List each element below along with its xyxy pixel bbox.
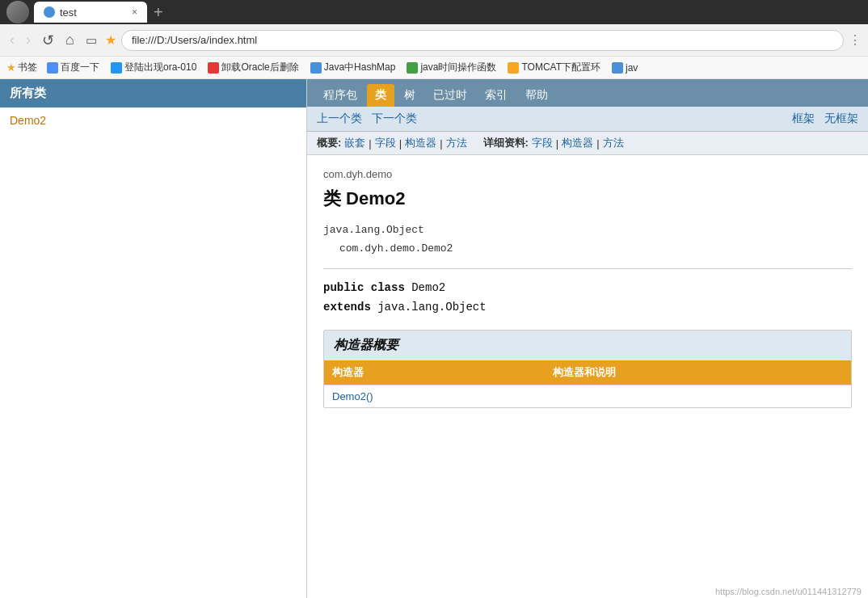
detail-method[interactable]: 方法 — [603, 136, 624, 150]
tab-packages[interactable]: 程序包 — [315, 84, 365, 107]
sidebar-content: Demo2 — [0, 107, 306, 133]
navigation-bar: ‹ › ↺ ⌂ ▭ ★ ⋮ — [0, 24, 868, 57]
url-bar[interactable] — [121, 30, 844, 51]
doc-code-line2: extends java.lang.Object — [323, 298, 852, 318]
doc-code-line1: public class Demo2 — [323, 279, 852, 298]
prev-class-link[interactable]: 上一个类 — [317, 112, 362, 126]
detail-constructor[interactable]: 构造器 — [562, 136, 593, 150]
constructor-table-col2: 构造器和说明 — [545, 360, 851, 385]
constructor-summary: 构造器概要 构造器 构造器和说明 Demo2() — [323, 330, 852, 408]
bookmark-javahashmap-icon — [310, 62, 322, 74]
browser-tab[interactable]: test × — [34, 2, 147, 23]
doc-package: com.dyh.demo — [323, 168, 852, 180]
bookmark-oracle[interactable]: 卸载Oracle后删除 — [203, 59, 303, 76]
next-class-link[interactable]: 下一个类 — [372, 112, 417, 126]
bookmarks-text: 书签 — [18, 61, 37, 74]
detail-sep1: | — [556, 137, 558, 150]
home-button[interactable]: ⌂ — [62, 30, 78, 50]
new-tab-button[interactable]: + — [154, 4, 163, 20]
bookmark-jav[interactable]: jav — [607, 61, 643, 75]
bookmark-tomcat-icon — [508, 62, 519, 74]
refresh-button[interactable]: ↺ — [39, 30, 57, 51]
watermark: https://blog.csdn.net/u011441312779 — [715, 587, 862, 596]
bookmark-baidu-label: 百度一下 — [61, 61, 99, 74]
summary-method[interactable]: 方法 — [446, 136, 467, 150]
bookmark-denglu[interactable]: 登陆出现ora-010 — [106, 59, 201, 76]
reader-button[interactable]: ▭ — [82, 32, 100, 49]
detail-sep2: | — [596, 137, 599, 150]
constructor-cell-name[interactable]: Demo2() — [324, 385, 545, 408]
bookmark-denglu-icon — [111, 62, 122, 74]
bookmark-baidu[interactable]: 百度一下 — [42, 59, 104, 76]
bookmarks-label: ★ — [6, 61, 16, 74]
tab-index[interactable]: 索引 — [477, 84, 516, 107]
bookmark-javahashmap-label: Java中HashMap — [324, 61, 396, 74]
constructor-summary-header: 构造器概要 — [324, 331, 851, 360]
profile-avatar — [6, 1, 29, 23]
sidebar: 所有类 Demo2 — [0, 79, 307, 598]
forward-button[interactable]: › — [23, 30, 34, 50]
bookmarks-bar: ★ 书签 百度一下 登陆出现ora-010 卸载Oracle后删除 Java中H… — [0, 57, 868, 79]
doc-code-declaration: public class Demo2 extends java.lang.Obj… — [323, 279, 852, 318]
table-row: Demo2() — [324, 385, 851, 408]
doc-content: com.dyh.demo 类 Demo2 java.lang.Object co… — [307, 155, 868, 598]
constructor-cell-desc — [545, 385, 851, 408]
content-area: 程序包 类 树 已过时 索引 帮助 上一个类 下一个类 框架 无框架 概要: 嵌… — [307, 79, 868, 598]
summary-sep1: | — [369, 137, 371, 150]
top-nav: 程序包 类 树 已过时 索引 帮助 — [307, 79, 868, 107]
bookmark-denglu-label: 登陆出现ora-010 — [124, 61, 196, 74]
doc-hierarchy: java.lang.Object com.dyh.demo.Demo2 — [323, 221, 852, 259]
bookmark-tomcat-label: TOMCAT下配置环 — [521, 61, 600, 74]
hierarchy-root: java.lang.Object — [323, 221, 852, 239]
back-button[interactable]: ‹ — [6, 30, 18, 50]
summary-bar: 概要: 嵌套 | 字段 | 构造器 | 方法 详细资料: 字段 | 构造器 | … — [307, 132, 868, 155]
bookmark-oracle-icon — [208, 62, 219, 74]
bookmark-javahashmap[interactable]: Java中HashMap — [305, 59, 401, 76]
bookmark-javatime[interactable]: java时间操作函数 — [402, 59, 501, 76]
detail-label: 详细资料: — [483, 136, 529, 150]
bookmark-baidu-icon — [47, 62, 58, 74]
summary-section: 概要: 嵌套 | 字段 | 构造器 | 方法 — [317, 136, 467, 150]
no-frame-link[interactable]: 无框架 — [824, 112, 858, 126]
tab-help[interactable]: 帮助 — [517, 84, 556, 107]
bookmark-javatime-label: java时间操作函数 — [420, 61, 496, 74]
hierarchy-child: com.dyh.demo.Demo2 — [339, 239, 852, 258]
summary-constructor[interactable]: 构造器 — [405, 136, 436, 150]
main-area: 所有类 Demo2 程序包 类 树 已过时 索引 帮助 上一个类 下一个类 框架… — [0, 79, 868, 598]
bookmark-jav-label: jav — [626, 62, 638, 74]
tab-title: test — [60, 6, 77, 19]
extensions-icon[interactable]: ⋮ — [849, 32, 862, 48]
sidebar-header: 所有类 — [0, 79, 306, 107]
framed-link[interactable]: 框架 — [792, 112, 815, 126]
summary-nested[interactable]: 嵌套 — [344, 136, 365, 150]
summary-sep3: | — [440, 137, 442, 150]
tab-deprecated[interactable]: 已过时 — [425, 84, 475, 107]
constructor-table: 构造器 构造器和说明 Demo2() — [324, 360, 851, 407]
doc-divider — [323, 268, 852, 269]
detail-section: 详细资料: 字段 | 构造器 | 方法 — [483, 136, 624, 150]
tab-favicon — [44, 6, 55, 18]
bookmark-star[interactable]: ★ — [105, 32, 116, 48]
sidebar-link-demo2[interactable]: Demo2 — [10, 114, 46, 127]
summary-label: 概要: — [317, 136, 341, 150]
constructor-table-header: 构造器 — [324, 360, 545, 385]
tab-class[interactable]: 类 — [367, 84, 394, 107]
tab-close-button[interactable]: × — [132, 6, 137, 18]
bookmark-jav-icon — [612, 62, 623, 74]
keyword-extends: extends — [323, 301, 377, 314]
browser-titlebar: test × + — [0, 0, 868, 24]
bookmark-oracle-label: 卸载Oracle后删除 — [221, 61, 298, 74]
doc-class-title: 类 Demo2 — [323, 187, 852, 211]
bookmark-tomcat[interactable]: TOMCAT下配置环 — [503, 59, 605, 76]
tab-tree[interactable]: 树 — [396, 84, 423, 107]
summary-sep2: | — [399, 137, 402, 150]
keyword-public: public class — [323, 281, 411, 294]
detail-field[interactable]: 字段 — [532, 136, 553, 150]
extends-object: java.lang.Object — [377, 301, 486, 314]
bookmark-javatime-icon — [407, 62, 418, 74]
classname-demo2: Demo2 — [411, 281, 445, 294]
sub-nav: 上一个类 下一个类 框架 无框架 — [307, 107, 868, 132]
summary-field[interactable]: 字段 — [375, 136, 396, 150]
